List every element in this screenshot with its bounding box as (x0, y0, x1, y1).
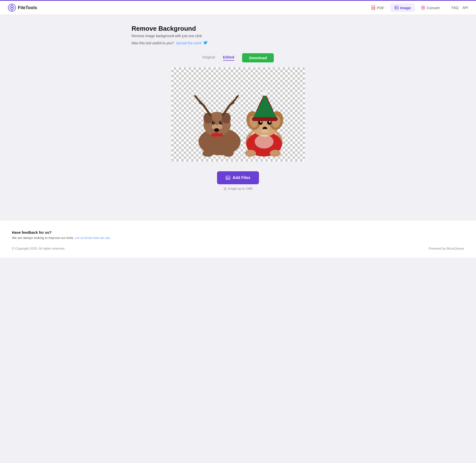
svg-point-57 (255, 135, 274, 149)
navbar: FileTools PDF PDF Image (0, 0, 476, 15)
pdf-icon: PDF (371, 5, 376, 10)
feedback-text: We are always looking to improve our too… (12, 236, 464, 240)
convert-icon (421, 5, 425, 10)
svg-point-49 (261, 129, 269, 133)
tabs-row: Original Edited Download (132, 53, 345, 62)
tab-edited[interactable]: Edited (223, 55, 234, 61)
image-nav-icon (394, 5, 399, 10)
powered-by-text: Powered by BlockQueue (429, 247, 464, 250)
image-limit-info: Image up to 1MB (224, 187, 252, 190)
image-display-area (171, 67, 305, 161)
main-content: Remove Background Remove image backgroun… (127, 15, 350, 220)
svg-point-18 (213, 122, 214, 123)
svg-point-56 (270, 150, 281, 157)
svg-point-46 (260, 121, 262, 123)
svg-point-9 (421, 6, 425, 9)
add-files-section: Add Files Image up to 1MB (132, 171, 345, 190)
nav-label-image: Image (400, 6, 411, 10)
nav-item-image[interactable]: Image (390, 3, 415, 12)
svg-point-55 (245, 150, 256, 157)
svg-line-24 (200, 103, 203, 105)
svg-point-16 (212, 121, 215, 124)
svg-text:PDF: PDF (372, 7, 375, 9)
svg-rect-7 (395, 6, 398, 9)
page-title: Remove Background (132, 25, 345, 32)
tab-original[interactable]: Original (202, 55, 215, 61)
twitter-icon[interactable] (203, 40, 208, 46)
nav-item-convert[interactable]: Convert (417, 3, 444, 12)
brand-logo[interactable]: FileTools (8, 4, 37, 12)
nav-item-pdf[interactable]: PDF PDF (367, 3, 388, 12)
svg-point-2 (11, 7, 13, 8)
spread-the-word-link[interactable]: Spread the word (176, 41, 201, 45)
svg-rect-58 (226, 176, 230, 180)
nav-right: FAQ API (451, 6, 468, 10)
copyright-text: © Copyright 2023. All rights reserved. (12, 247, 65, 250)
svg-point-32 (202, 150, 213, 157)
svg-point-12 (203, 113, 212, 124)
lock-icon (224, 187, 227, 190)
svg-line-29 (230, 103, 234, 105)
add-files-label: Add Files (232, 176, 250, 180)
nav-links: PDF PDF Image Convert (367, 3, 444, 12)
svg-line-26 (196, 96, 198, 100)
svg-rect-60 (224, 188, 226, 190)
svg-point-17 (219, 121, 223, 124)
download-button[interactable]: Download (242, 53, 274, 62)
filetools-logo-icon (8, 4, 16, 12)
svg-rect-51 (252, 117, 278, 121)
spread-row: Was this tool useful to you? Spread the … (132, 40, 345, 46)
add-files-button[interactable]: Add Files (217, 171, 259, 184)
footer: Have feedback for us? We are always look… (0, 220, 476, 258)
feedback-link[interactable]: Let us know how we can. (75, 236, 111, 240)
svg-point-54 (262, 90, 268, 96)
image-limit-text: Image up to 1MB (228, 187, 252, 190)
page-subtitle: Remove image background with just one cl… (132, 34, 345, 38)
spread-label: Was this tool useful to you? (132, 41, 174, 45)
svg-point-33 (223, 150, 234, 157)
svg-line-31 (235, 96, 237, 100)
nav-label-pdf: PDF (377, 6, 384, 10)
nav-label-convert: Convert (427, 6, 440, 10)
svg-point-19 (221, 122, 222, 123)
svg-rect-34 (211, 133, 223, 136)
nav-api-link[interactable]: API (462, 6, 468, 10)
svg-point-20 (214, 128, 219, 132)
add-files-icon (225, 175, 230, 180)
nav-faq-link[interactable]: FAQ (451, 6, 458, 10)
svg-point-47 (269, 121, 271, 123)
feedback-title: Have feedback for us? (12, 230, 464, 234)
svg-marker-50 (253, 93, 277, 118)
brand-name: FileTools (18, 5, 37, 10)
dogs-illustration (171, 69, 305, 160)
footer-feedback: Have feedback for us? We are always look… (12, 230, 464, 240)
footer-bottom: © Copyright 2023. All rights reserved. P… (12, 247, 464, 250)
